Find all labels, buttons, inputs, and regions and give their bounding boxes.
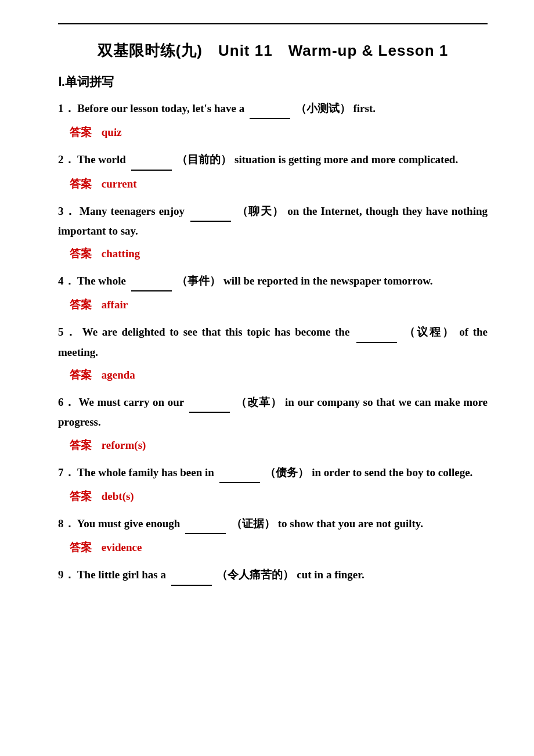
q4-blank: [131, 272, 172, 291]
q1-text-after: first.: [353, 102, 376, 114]
q9-text-after: cut in a finger.: [297, 568, 364, 581]
question-1: 1． Before our lesson today, let's have a…: [58, 99, 488, 119]
q6-number: 6．: [58, 396, 75, 408]
q5-blank: [356, 323, 397, 343]
q1-text-before: Before our lesson today, let's have a: [77, 102, 247, 114]
question-6: 6． We must carry on our （改革） in our comp…: [58, 393, 488, 432]
q8-answer-value: evidence: [102, 541, 142, 553]
q2-answer-label: 答案: [70, 178, 92, 190]
q7-answer-label: 答案: [70, 490, 92, 502]
q2-answer-value: current: [102, 178, 137, 190]
q8-hint: （证据）: [231, 517, 275, 530]
q2-text-after: situation is getting more and more compl…: [234, 153, 458, 165]
q9-number: 9．: [58, 568, 75, 581]
q5-answer-value: agenda: [102, 369, 135, 381]
q6-text-before: We must carry on our: [78, 396, 187, 408]
q7-answer-value: debt(s): [102, 490, 134, 502]
question-8: 8． You must give enough （证据） to show tha…: [58, 514, 488, 534]
q4-answer: 答案 affair: [70, 297, 488, 312]
q6-answer-label: 答案: [70, 439, 92, 451]
q6-hint: （改革）: [236, 396, 282, 408]
question-7: 7． The whole family has been in （债务） in …: [58, 463, 488, 483]
q2-text-before: The world: [77, 153, 129, 165]
q5-hint: （议程）: [404, 326, 455, 338]
question-9: 9． The little girl has a （令人痛苦的） cut in …: [58, 566, 488, 585]
question-4: 4． The whole （事件） will be reported in th…: [58, 272, 488, 291]
q9-hint: （令人痛苦的）: [217, 568, 294, 581]
q8-answer-label: 答案: [70, 541, 92, 553]
q3-number: 3．: [58, 205, 76, 217]
q4-hint: （事件）: [176, 275, 221, 287]
q2-blank: [131, 150, 172, 170]
q1-answer-label: 答案: [70, 126, 92, 138]
q8-answer: 答案 evidence: [70, 540, 488, 555]
q8-text-after: to show that you are not guilty.: [278, 517, 423, 530]
q3-answer-label: 答案: [70, 247, 92, 260]
q1-answer-value: quiz: [102, 126, 122, 138]
q5-answer: 答案 agenda: [70, 368, 488, 383]
q3-answer: 答案 chatting: [70, 246, 488, 261]
page-title: 双基限时练(九) Unit 11 Warm-up & Lesson 1: [58, 41, 488, 61]
q5-answer-label: 答案: [70, 369, 92, 381]
q1-number: 1．: [58, 102, 75, 114]
q8-number: 8．: [58, 517, 75, 530]
q4-text-after: will be reported in the newspaper tomorr…: [223, 275, 432, 287]
q3-hint: （聊天）: [237, 205, 284, 217]
q7-text-after: in order to send the boy to college.: [312, 466, 472, 478]
q7-answer: 答案 debt(s): [70, 489, 488, 504]
q7-number: 7．: [58, 466, 75, 478]
q3-blank: [190, 202, 231, 222]
q8-blank: [185, 514, 226, 534]
q2-answer: 答案 current: [70, 177, 488, 192]
q7-text-before: The whole family has been in: [77, 466, 217, 478]
q4-answer-label: 答案: [70, 298, 92, 311]
q2-hint: （目前的）: [176, 153, 232, 165]
q8-text-before: You must give enough: [77, 517, 183, 530]
q7-hint: （债务）: [265, 466, 309, 478]
q2-number: 2．: [58, 153, 75, 165]
q4-number: 4．: [58, 275, 75, 287]
question-3: 3． Many teenagers enjoy （聊天） on the Inte…: [58, 202, 488, 241]
q5-number: 5．: [58, 326, 78, 338]
q3-text-before: Many teenagers enjoy: [80, 205, 188, 217]
q6-answer-value: reform(s): [102, 439, 146, 451]
section-header: Ⅰ.单词拼写: [58, 74, 488, 90]
top-divider: [58, 23, 488, 24]
q5-text-before: We are delighted to see that this topic …: [82, 326, 354, 338]
q4-text-before: The whole: [77, 275, 129, 287]
q1-hint: （小测试）: [295, 102, 351, 114]
q1-answer: 答案 quiz: [70, 125, 488, 140]
q6-blank: [189, 393, 230, 413]
q9-text-before: The little girl has a: [77, 568, 169, 581]
question-2: 2． The world （目前的） situation is getting …: [58, 150, 488, 170]
question-5: 5． We are delighted to see that this top…: [58, 323, 488, 362]
q3-answer-value: chatting: [102, 247, 140, 260]
q1-blank: [250, 99, 290, 119]
q7-blank: [219, 463, 260, 483]
q6-answer: 答案 reform(s): [70, 438, 488, 453]
q4-answer-value: affair: [102, 298, 128, 311]
q9-blank: [171, 566, 212, 585]
